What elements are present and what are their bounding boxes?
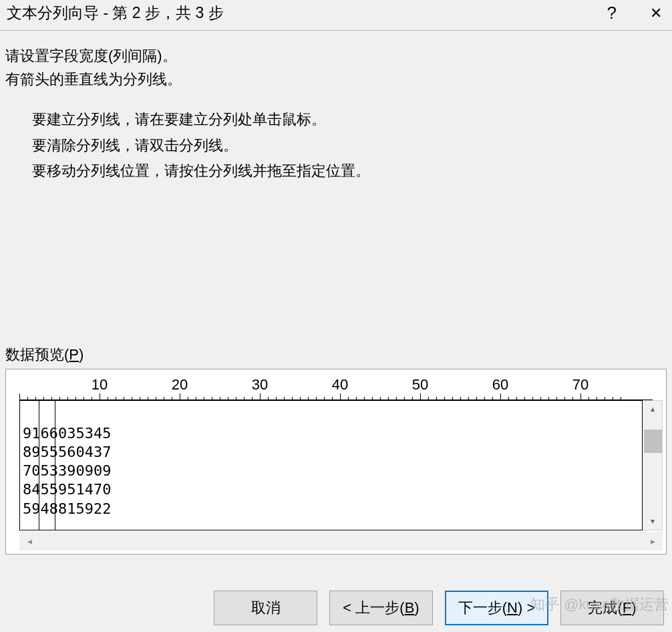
- scroll-right-icon[interactable]: ▸: [643, 536, 663, 546]
- ruler-tick-label: 50: [412, 376, 428, 393]
- ruler-tick-label: 10: [92, 376, 108, 393]
- button-row: 取消 < 上一步(B) 下一步(N) > 完成(F): [0, 577, 672, 632]
- data-area[interactable]: 9166035345 8955560437 7053390909 8455951…: [19, 400, 643, 530]
- data-preview-label: 数据预览(P): [5, 345, 667, 365]
- ruler-tick-label: 30: [252, 376, 268, 393]
- instruction-sub1: 要建立分列线，请在要建立分列处单击鼠标。: [5, 107, 667, 133]
- vscroll-track[interactable]: [643, 418, 662, 513]
- back-button[interactable]: < 上一步(B): [329, 591, 433, 625]
- column-break-line[interactable]: [55, 400, 55, 530]
- cancel-button[interactable]: 取消: [214, 591, 317, 625]
- data-rows: 9166035345 8955560437 7053390909 8455951…: [20, 424, 642, 518]
- vertical-scrollbar[interactable]: ▴ ▾: [643, 400, 663, 530]
- instruction-sub2: 要清除分列线，请双击分列线。: [5, 133, 667, 159]
- instruction-line2: 有箭头的垂直线为分列线。: [5, 67, 667, 91]
- ruler: 10203040506070: [19, 376, 653, 400]
- column-break-line[interactable]: [39, 400, 39, 530]
- titlebar: 文本分列向导 - 第 2 步，共 3 步 ? ✕: [0, 0, 672, 31]
- instructions: 请设置字段宽度(列间隔)。 有箭头的垂直线为分列线。 要建立分列线，请在要建立分…: [5, 44, 667, 184]
- data-preview-box: 10203040506070 9166035345 8955560437 705…: [5, 369, 667, 555]
- dialog-title: 文本分列向导 - 第 2 步，共 3 步: [7, 3, 224, 23]
- data-preview-section: 数据预览(P) 10203040506070 9166035345 895556…: [5, 345, 667, 555]
- next-button[interactable]: 下一步(N) >: [445, 591, 548, 625]
- vscroll-thumb[interactable]: [644, 430, 662, 453]
- dialog-content: 请设置字段宽度(列间隔)。 有箭头的垂直线为分列线。 要建立分列线，请在要建立分…: [0, 31, 672, 577]
- scroll-left-icon[interactable]: ◂: [19, 536, 39, 546]
- ruler-tick-label: 20: [172, 376, 188, 393]
- help-icon[interactable]: ?: [607, 3, 617, 23]
- instruction-line1: 请设置字段宽度(列间隔)。: [5, 44, 667, 67]
- scroll-down-icon[interactable]: ▾: [643, 513, 662, 530]
- ruler-tick-label: 40: [332, 376, 348, 393]
- titlebar-controls: ? ✕: [607, 3, 662, 23]
- finish-button[interactable]: 完成(F): [560, 591, 664, 625]
- ruler-tick-label: 60: [492, 376, 508, 393]
- ruler-tick-label: 70: [572, 376, 589, 393]
- text-to-columns-wizard-dialog: 文本分列向导 - 第 2 步，共 3 步 ? ✕ 请设置字段宽度(列间隔)。 有…: [0, 0, 672, 632]
- close-icon[interactable]: ✕: [650, 5, 662, 22]
- instruction-sub3: 要移动分列线位置，请按住分列线并拖至指定位置。: [5, 158, 667, 184]
- horizontal-scrollbar[interactable]: ◂ ▸: [19, 532, 663, 550]
- scroll-up-icon[interactable]: ▴: [643, 401, 662, 418]
